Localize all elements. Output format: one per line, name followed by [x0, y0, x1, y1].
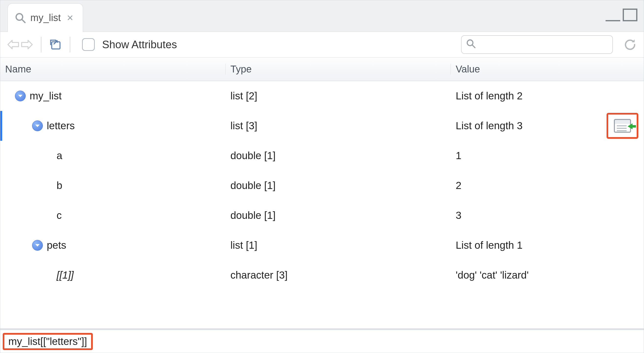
row-type: list [3]: [226, 120, 451, 132]
search-box[interactable]: [461, 35, 613, 54]
tree-body: my_list list [2] List of length 2 letter…: [0, 81, 644, 328]
row-name: b: [56, 180, 62, 192]
tree-row[interactable]: my_list list [2] List of length 2: [0, 81, 644, 111]
open-in-new-window-button[interactable]: [49, 38, 62, 52]
object-path[interactable]: my_list[["letters"]]: [3, 333, 93, 350]
highlight-box: [606, 113, 638, 139]
tab-title: my_list: [30, 12, 61, 23]
close-icon[interactable]: ✕: [66, 13, 74, 23]
object-explorer-pane: my_list ✕ Show Attributes: [0, 0, 644, 353]
tree-row[interactable]: c double [1] 3: [0, 200, 644, 230]
show-attributes-checkbox[interactable]: [82, 38, 95, 51]
row-name: a: [56, 150, 62, 162]
nav-arrows: [6, 38, 34, 51]
row-type: list [2]: [226, 90, 451, 102]
svg-line-4: [472, 45, 475, 48]
row-value: 3: [451, 210, 644, 221]
minimize-button[interactable]: [606, 17, 620, 21]
search-input[interactable]: [479, 39, 608, 50]
row-name: [[1]]: [56, 269, 74, 281]
search-icon: [15, 12, 26, 24]
column-value[interactable]: Value: [451, 64, 644, 75]
tab-my-list[interactable]: my_list ✕: [8, 4, 83, 32]
toolbar: Show Attributes: [0, 32, 644, 58]
show-attributes-label: Show Attributes: [102, 38, 177, 51]
chevron-down-icon[interactable]: [15, 90, 26, 101]
tree-row[interactable]: a double [1] 1: [0, 141, 644, 170]
tree-row[interactable]: pets list [1] List of length 1: [0, 230, 644, 260]
row-type: list [1]: [226, 240, 451, 251]
row-value: 'dog' 'cat' 'lizard': [451, 269, 644, 281]
column-header: Name Type Value: [0, 58, 644, 81]
tab-bar: my_list ✕: [0, 0, 644, 32]
window-controls: [606, 8, 638, 21]
row-type: character [3]: [226, 269, 451, 281]
column-name[interactable]: Name: [0, 64, 226, 75]
row-name: pets: [47, 240, 66, 251]
row-type: double [1]: [226, 180, 451, 192]
row-name: letters: [47, 120, 75, 132]
forward-button[interactable]: [20, 38, 34, 51]
row-name: c: [56, 210, 62, 221]
search-icon: [466, 39, 476, 51]
refresh-button[interactable]: [623, 37, 638, 52]
svg-rect-2: [52, 42, 60, 49]
tree-row[interactable]: b double [1] 2: [0, 170, 644, 200]
row-type: double [1]: [226, 210, 451, 221]
back-button[interactable]: [6, 38, 20, 51]
row-value: List of length 3: [456, 120, 522, 132]
separator: [41, 37, 42, 52]
send-to-console-icon[interactable]: [614, 119, 631, 133]
footer-path-bar: my_list[["letters"]]: [0, 330, 644, 353]
chevron-down-icon[interactable]: [32, 120, 43, 131]
row-value: 2: [451, 180, 644, 192]
row-name: my_list: [30, 90, 62, 102]
separator: [70, 37, 70, 52]
row-value: List of length 2: [451, 90, 644, 102]
tree-row[interactable]: [[1]] character [3] 'dog' 'cat' 'lizard': [0, 260, 644, 290]
column-type[interactable]: Type: [226, 64, 451, 75]
row-value: 1: [451, 150, 644, 162]
tree-row[interactable]: letters list [3] List of length 3: [0, 111, 644, 141]
row-value: List of length 1: [451, 240, 644, 251]
selection-indicator: [0, 111, 2, 141]
chevron-down-icon[interactable]: [32, 240, 43, 251]
svg-line-1: [22, 19, 25, 22]
row-type: double [1]: [226, 150, 451, 162]
maximize-button[interactable]: [623, 8, 638, 21]
